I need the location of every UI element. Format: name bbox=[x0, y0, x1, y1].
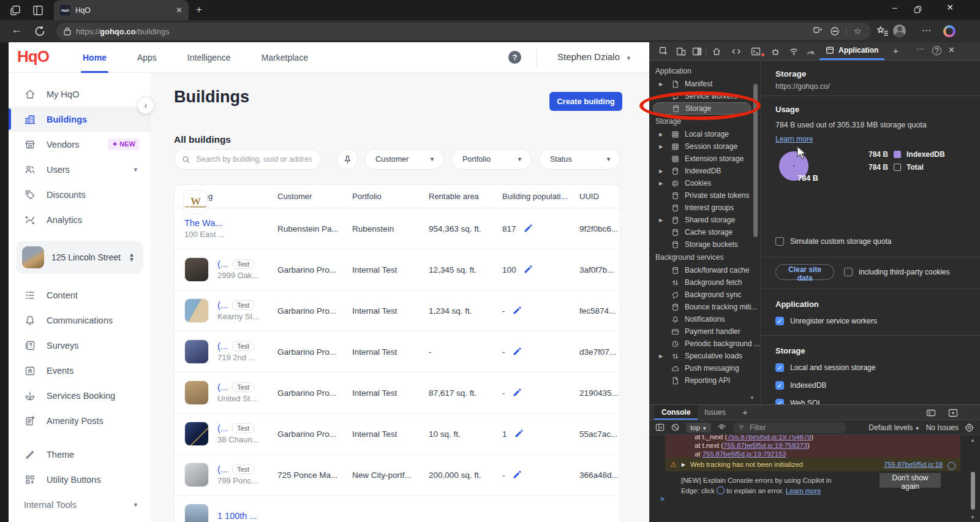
expand-arrow-icon[interactable]: ▶ bbox=[659, 181, 663, 186]
column-header-portfolio[interactable]: Portfolio bbox=[352, 192, 429, 201]
tree-item-extension-storage[interactable]: Extension storage bbox=[649, 153, 755, 165]
user-menu[interactable]: Stephen Dzialo▼ bbox=[557, 51, 631, 62]
tree-item-periodic-background[interactable]: Periodic background ... bbox=[649, 338, 755, 350]
building-link[interactable]: (... bbox=[217, 341, 228, 351]
add-drawer-tab-icon[interactable]: + bbox=[735, 405, 755, 420]
tree-item-notifications[interactable]: Notifications bbox=[649, 313, 755, 325]
tab-actions-icon[interactable] bbox=[32, 4, 44, 17]
unregister-sw-row[interactable]: ✓Unregister service workers bbox=[775, 317, 877, 325]
sidebar-item-surveys[interactable]: Surveys bbox=[9, 333, 151, 358]
device-toolbar-icon[interactable] bbox=[676, 47, 686, 56]
learn-more-link[interactable]: Learn more bbox=[775, 135, 813, 143]
tree-item-push-messaging[interactable]: Push messaging bbox=[649, 362, 755, 374]
sidebar-item-users[interactable]: Users▼ bbox=[9, 157, 151, 182]
window-close-button[interactable]: ✕ bbox=[941, 2, 959, 12]
sidebar-item-discounts[interactable]: Discounts bbox=[9, 182, 151, 207]
expand-arrow-icon[interactable]: ▶ bbox=[659, 218, 663, 223]
devtools-close-icon[interactable]: ✕ bbox=[948, 45, 958, 55]
expand-drawer-icon[interactable] bbox=[948, 408, 958, 418]
split-screen-icon[interactable] bbox=[812, 26, 824, 36]
sidebar-item-content[interactable]: Content bbox=[9, 282, 151, 308]
edit-pencil-icon[interactable] bbox=[513, 388, 521, 397]
tab-issues[interactable]: Issues bbox=[697, 405, 733, 420]
sidebar-item-events[interactable]: Events bbox=[9, 358, 151, 383]
refresh-icon[interactable] bbox=[33, 25, 47, 38]
browser-menu-icon[interactable]: ⋯ bbox=[920, 25, 933, 38]
create-building-button[interactable]: Create building bbox=[549, 92, 622, 111]
third-party-cookies-row[interactable]: including third-party cookies bbox=[844, 268, 950, 276]
application-tab[interactable]: Application bbox=[820, 42, 884, 60]
tree-item-cache-storage[interactable]: Cache storage bbox=[649, 226, 755, 238]
checkbox-checked-icon[interactable]: ✓ bbox=[775, 363, 784, 372]
context-selector[interactable]: top ▼ bbox=[686, 423, 711, 433]
nav-item-intelligence[interactable]: Intelligence bbox=[172, 42, 246, 73]
scroll-up-icon[interactable]: ▲ bbox=[970, 437, 975, 443]
workspaces-icon[interactable] bbox=[10, 4, 22, 17]
filter-status[interactable]: Status▼ bbox=[539, 149, 620, 170]
sidebar-item-utility-buttons[interactable]: Utility Buttons bbox=[9, 467, 151, 492]
debugger-icon[interactable] bbox=[771, 47, 780, 56]
dont-show-again-button[interactable]: Don't show again bbox=[880, 473, 941, 488]
sidebar-item-internal-tools[interactable]: Internal Tools▼ bbox=[9, 492, 151, 517]
sidebar-item-theme[interactable]: Theme bbox=[9, 442, 151, 467]
building-link[interactable]: (... bbox=[217, 259, 228, 269]
tree-item-manifest[interactable]: ▶Manifest bbox=[649, 78, 755, 90]
tree-item-private-state-tokens[interactable]: Private state tokens bbox=[649, 189, 755, 202]
expand-arrow-icon[interactable]: ▶ bbox=[659, 354, 663, 359]
pin-button[interactable] bbox=[337, 149, 358, 170]
console-prompt[interactable]: > bbox=[660, 495, 665, 502]
tab-close-icon[interactable]: ✕ bbox=[176, 6, 183, 15]
expand-icon[interactable]: ▶ bbox=[682, 462, 685, 467]
expand-arrow-icon[interactable]: ▶ bbox=[659, 144, 663, 149]
column-header-rentable-area[interactable]: Rentable area bbox=[429, 192, 502, 201]
building-link[interactable]: (... bbox=[217, 300, 228, 310]
sidebar-item-amenity-posts[interactable]: Amenity Posts bbox=[9, 408, 151, 433]
console-tab-icon[interactable] bbox=[751, 47, 761, 56]
network-tab-icon[interactable] bbox=[789, 47, 799, 56]
edit-pencil-icon[interactable] bbox=[513, 347, 521, 356]
edit-pencil-icon[interactable] bbox=[524, 224, 532, 233]
tree-scrollbar[interactable] bbox=[753, 66, 758, 396]
live-expression-icon[interactable] bbox=[717, 423, 726, 432]
stack-source-link[interactable]: 755.87be5f5d.js:19:792153 bbox=[703, 450, 786, 458]
sidebar-item-buildings[interactable]: Buildings bbox=[9, 107, 151, 132]
clear-site-data-button[interactable]: Clear site data bbox=[775, 264, 834, 280]
storage-check-web-sql[interactable]: ✓Web SQL bbox=[775, 399, 822, 404]
extensions-icon[interactable] bbox=[829, 26, 841, 36]
source-link[interactable]: 755.87be5f5d.js:18 bbox=[884, 461, 943, 468]
simulate-quota-row[interactable]: Simulate custom storage quota bbox=[775, 237, 891, 246]
expand-arrow-icon[interactable]: ▶ bbox=[659, 81, 663, 87]
back-icon[interactable]: ← bbox=[10, 23, 23, 37]
elements-tab-icon[interactable] bbox=[731, 47, 741, 56]
column-header-uuid[interactable]: UUID bbox=[579, 192, 620, 201]
tree-item-back-forward-cache[interactable]: Back/forward cache bbox=[649, 264, 755, 276]
search-input[interactable] bbox=[195, 154, 313, 164]
scroll-down-icon[interactable]: ▼ bbox=[970, 515, 975, 520]
sidebar-item-services-booking[interactable]: Services Booking bbox=[9, 383, 151, 408]
tree-item-session-storage[interactable]: ▶Session storage bbox=[649, 140, 755, 153]
url-bar[interactable]: https://gohqo.co/buildings ☆ bbox=[56, 23, 871, 40]
checkbox-checked-icon[interactable]: ✓ bbox=[775, 381, 784, 390]
building-link[interactable]: (... bbox=[217, 423, 228, 433]
new-tab-button[interactable]: + bbox=[196, 4, 202, 16]
nav-item-apps[interactable]: Apps bbox=[122, 42, 172, 73]
storage-check-indexeddb[interactable]: ✓IndexedDB bbox=[775, 381, 826, 390]
stack-source-link[interactable]: 755.87be5f5d.js:19:758373 bbox=[723, 442, 807, 449]
filter-customer[interactable]: Customer▼ bbox=[364, 149, 444, 170]
help-icon[interactable]: ? bbox=[508, 51, 521, 64]
tree-item-shared-storage[interactable]: ▶Shared storage bbox=[649, 214, 755, 226]
browser-tab[interactable]: HqO HqO ✕ bbox=[54, 0, 189, 20]
tree-item-reporting-api[interactable]: Reporting API bbox=[649, 374, 755, 387]
sidebar-item-communications[interactable]: Communications bbox=[9, 308, 151, 333]
console-sidebar-toggle-icon[interactable] bbox=[655, 423, 665, 432]
tab-console[interactable]: Console bbox=[654, 405, 698, 420]
hint-learn-more-link[interactable]: Learn more bbox=[786, 487, 821, 494]
copilot-icon[interactable] bbox=[943, 25, 956, 37]
console-scrollbar[interactable]: ▲ ▼ bbox=[970, 436, 976, 521]
checkbox-unchecked-icon[interactable] bbox=[775, 237, 784, 246]
default-levels-dropdown[interactable]: Default levels ▼ bbox=[869, 423, 919, 432]
expand-arrow-icon[interactable]: ▶ bbox=[659, 132, 663, 137]
tree-scroll-down-icon[interactable]: ▼ bbox=[750, 395, 755, 401]
performance-tab-icon[interactable] bbox=[806, 47, 816, 56]
storage-check-local-and-session-storage[interactable]: ✓Local and session storage bbox=[775, 363, 875, 372]
